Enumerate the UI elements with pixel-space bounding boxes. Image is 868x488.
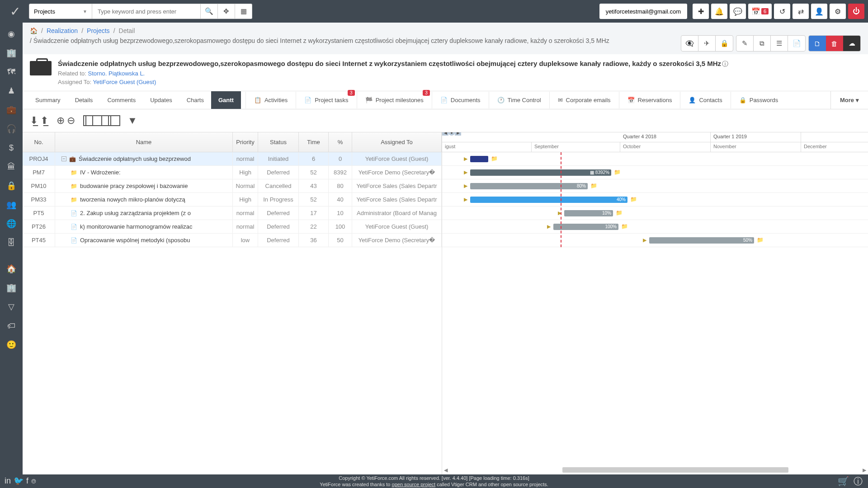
- tab-more[interactable]: More ▾: [830, 91, 868, 109]
- file-button[interactable]: 📄: [788, 36, 805, 51]
- nav-profile[interactable]: 🙂: [4, 337, 19, 352]
- info-icon[interactable]: ⓘ: [722, 60, 728, 67]
- related-link[interactable]: Storno. Piątkowska L.: [88, 70, 145, 77]
- tab-updates[interactable]: Updates: [143, 91, 179, 109]
- layout-right-button[interactable]: [101, 115, 111, 126]
- chat-button[interactable]: 💬: [730, 4, 746, 19]
- scroll-right[interactable]: ▶: [863, 467, 866, 473]
- nav-finance[interactable]: $: [4, 140, 19, 155]
- nav-assets[interactable]: 🏛: [4, 159, 19, 174]
- swap-button[interactable]: ⇄: [793, 4, 809, 19]
- nav-security[interactable]: 🔒: [4, 178, 19, 193]
- nav-home[interactable]: 🏠: [4, 261, 19, 277]
- breadcrumb-home[interactable]: 🏠: [30, 27, 38, 34]
- export-button[interactable]: ☁: [843, 36, 860, 51]
- col-no[interactable]: No.: [23, 132, 55, 152]
- gantt-bar[interactable]: 10%: [564, 210, 613, 216]
- table-row[interactable]: PM7 📁 IV - Wdrożenie: High Deferred 52 8…: [23, 166, 442, 179]
- col-pct[interactable]: %: [329, 132, 352, 152]
- gantt-bar[interactable]: 80%: [470, 183, 588, 189]
- github-icon[interactable]: ⌾: [31, 476, 36, 486]
- calendar-button[interactable]: 📅6: [748, 4, 772, 19]
- col-status[interactable]: Status: [258, 132, 299, 152]
- col-assigned[interactable]: Assigned To: [352, 132, 442, 152]
- user-button[interactable]: 👤: [811, 4, 827, 19]
- collapse-all-button[interactable]: ⬆̲: [40, 115, 48, 127]
- tab-details[interactable]: Details: [68, 91, 100, 109]
- nav-tags[interactable]: 🏷: [4, 318, 19, 333]
- nav-companies[interactable]: 🏢: [4, 45, 19, 61]
- module-selector[interactable]: Projects ▼: [29, 4, 92, 19]
- table-row[interactable]: PT26 📄 k) monitorowanie harmonogramów re…: [23, 220, 442, 234]
- gantt-bar[interactable]: 100%: [553, 224, 618, 230]
- col-time[interactable]: Time: [299, 132, 329, 152]
- timeline-today[interactable]: ●: [448, 132, 455, 136]
- delete-button[interactable]: 🗑: [826, 36, 843, 51]
- lock-button[interactable]: 🔒: [716, 36, 733, 51]
- search-button[interactable]: 🔍: [201, 4, 218, 19]
- zoom-in-button[interactable]: ⊕: [57, 115, 65, 127]
- reltab-timecontrol[interactable]: 🕐Time Control: [489, 92, 549, 108]
- timeline-prev[interactable]: ◀: [442, 132, 448, 136]
- reminders-button[interactable]: 🔔: [711, 4, 727, 19]
- fulltext-button[interactable]: ✥: [218, 4, 235, 19]
- table-row[interactable]: PM33 📁 tworzenia nowych mikro-planów dot…: [23, 193, 442, 206]
- reltab-documents[interactable]: 📄Documents: [432, 92, 489, 108]
- col-name[interactable]: Name: [55, 132, 233, 152]
- history-button[interactable]: ↺: [774, 4, 790, 19]
- send-button[interactable]: ✈: [698, 36, 716, 51]
- reltab-passwords[interactable]: 🔒Passwords: [731, 92, 787, 108]
- breadcrumb-realization[interactable]: Realization: [47, 27, 78, 34]
- scroll-left[interactable]: ◀: [444, 467, 448, 473]
- nav-helpdesk[interactable]: 🎧: [4, 121, 19, 136]
- gantt-bar[interactable]: ▦ 8392%: [470, 169, 611, 176]
- cart-icon[interactable]: 🛒: [838, 475, 849, 487]
- tab-summary[interactable]: Summary: [28, 91, 68, 109]
- timeline-next[interactable]: ▶: [455, 132, 461, 136]
- layout-full-button[interactable]: [110, 115, 120, 126]
- expand-all-button[interactable]: ⬇̲: [30, 115, 38, 127]
- facebook-icon[interactable]: f: [26, 476, 28, 486]
- hide-button[interactable]: 👁‍🗨: [681, 36, 698, 51]
- nav-campaigns[interactable]: 🗺: [4, 64, 19, 80]
- gantt-bar[interactable]: 50%: [649, 237, 754, 244]
- linkedin-icon[interactable]: in: [5, 476, 11, 486]
- settings-button[interactable]: ⚙: [830, 4, 846, 19]
- nav-support[interactable]: ♟: [4, 83, 19, 99]
- tab-charts[interactable]: Charts: [179, 91, 211, 109]
- zoom-out-button[interactable]: ⊖: [67, 115, 75, 127]
- nav-database[interactable]: 🗄: [4, 235, 19, 250]
- table-row[interactable]: PM10 📁 budowanie pracy zespołowej i bazo…: [23, 179, 442, 193]
- kanban-button[interactable]: ▦: [235, 4, 252, 19]
- duplicate-button[interactable]: ⧉: [754, 36, 771, 51]
- table-row[interactable]: PT5 📄 2. Zakup usług zarządzania projekt…: [23, 206, 442, 220]
- gantt-bar[interactable]: 40%: [470, 197, 627, 203]
- col-priority[interactable]: Priority: [233, 132, 258, 152]
- app-logo[interactable]: ✓: [4, 0, 26, 23]
- user-email[interactable]: yetiforcetestmail@gmail.com: [599, 4, 687, 19]
- layout-left-button[interactable]: [83, 115, 93, 126]
- breadcrumb-projects[interactable]: Projects: [87, 27, 110, 34]
- nav-world[interactable]: 🌐: [4, 216, 19, 231]
- list-button[interactable]: ☰: [771, 36, 788, 51]
- scroll-thumb[interactable]: [562, 467, 788, 473]
- tab-comments[interactable]: Comments: [100, 91, 143, 109]
- add-button[interactable]: ✚: [693, 4, 709, 19]
- reltab-activities[interactable]: 📋Activities: [245, 92, 296, 108]
- layout-center-button[interactable]: [92, 115, 102, 126]
- filter-button[interactable]: ▼: [127, 115, 137, 127]
- reltab-contacts[interactable]: 👤Contacts: [680, 92, 730, 108]
- collapse-icon[interactable]: −: [61, 156, 66, 161]
- reltab-project-milestones[interactable]: 🏁Project milestones3: [357, 92, 432, 108]
- logout-button[interactable]: ⏻: [848, 4, 864, 19]
- twitter-icon[interactable]: 🐦: [14, 476, 24, 486]
- nav-dashboard[interactable]: ◉: [4, 26, 19, 42]
- gantt-bar[interactable]: [470, 156, 488, 162]
- search-input[interactable]: [92, 4, 201, 19]
- table-row[interactable]: PT45 📄 Opracowanie wspólnej metodyki (sp…: [23, 234, 442, 247]
- tab-gantt[interactable]: Gantt: [211, 91, 241, 109]
- edit-button[interactable]: ✎: [736, 36, 754, 51]
- nav-projects[interactable]: 💼: [4, 102, 19, 117]
- reltab-emails[interactable]: ✉Corporate emails: [549, 92, 619, 108]
- table-row[interactable]: PROJ4 − 💼 Świadczenie odpłatnych usług b…: [23, 152, 442, 166]
